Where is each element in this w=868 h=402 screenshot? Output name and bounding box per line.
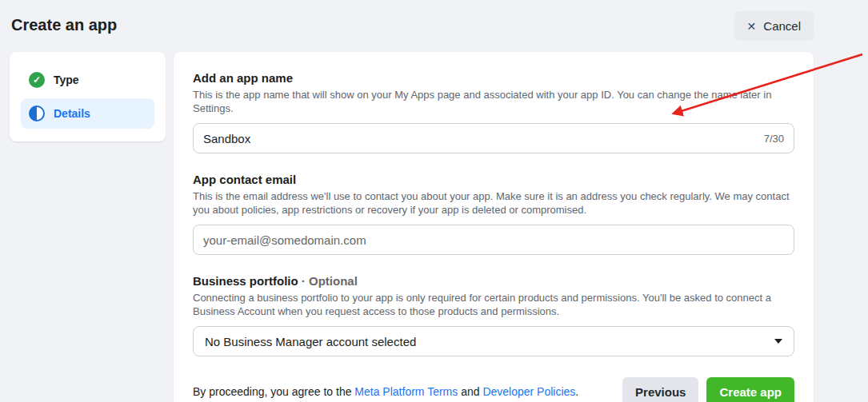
app-name-input-wrap: 7/30 [193,123,794,153]
chevron-down-icon [774,339,782,344]
business-portfolio-label: Business portfolio · Optional [193,274,794,288]
create-app-page: Create an app ✕ Cancel ✓ Type Details Ad… [0,0,868,402]
contact-email-input[interactable] [203,233,784,247]
contact-email-input-wrap [193,225,794,255]
cancel-label: Cancel [763,19,801,33]
check-circle-icon: ✓ [29,72,45,88]
cancel-button[interactable]: ✕ Cancel [734,11,814,41]
business-portfolio-label-text: Business portfolio [193,274,298,288]
app-name-section: Add an app name This is the app name tha… [193,71,794,153]
meta-platform-terms-link[interactable]: Meta Platform Terms [354,385,458,398]
step-details-label: Details [54,107,90,120]
page-title: Create an app [11,16,117,34]
create-app-button[interactable]: Create app [706,377,794,402]
steps-sidebar: ✓ Type Details [10,52,166,141]
contact-email-help: This is the email address we'll use to c… [193,189,794,217]
form-footer: By proceeding, you agree to the Meta Pla… [193,377,794,402]
developer-policies-link[interactable]: Developer Policies [482,385,575,398]
contact-email-section: App contact email This is the email addr… [193,173,794,255]
app-name-help: This is the app name that will show on y… [193,88,794,115]
half-filled-circle-icon [29,105,45,121]
business-portfolio-section: Business portfolio · Optional Connecting… [193,274,794,356]
previous-button[interactable]: Previous [622,377,698,402]
app-name-input[interactable] [203,132,756,145]
step-item-type[interactable]: ✓ Type [21,65,154,95]
optional-label: · Optional [298,274,358,288]
terms-prefix: By proceeding, you agree to the [193,385,354,398]
close-icon: ✕ [747,21,757,32]
details-form-card: Add an app name This is the app name tha… [174,52,814,402]
step-item-details[interactable]: Details [21,98,154,129]
terms-and: and [458,385,482,398]
terms-text: By proceeding, you agree to the Meta Pla… [193,385,578,398]
business-portfolio-help: Connecting a business portfolio to your … [193,291,794,318]
contact-email-label: App contact email [193,173,794,186]
app-name-label: Add an app name [193,71,794,85]
char-count: 7/30 [764,133,784,145]
terms-period: . [575,385,578,398]
business-portfolio-selected-value: No Business Manager account selected [205,335,416,348]
step-type-label: Type [54,74,79,86]
business-portfolio-select[interactable]: No Business Manager account selected [193,326,794,356]
footer-actions: Previous Create app [622,377,794,402]
